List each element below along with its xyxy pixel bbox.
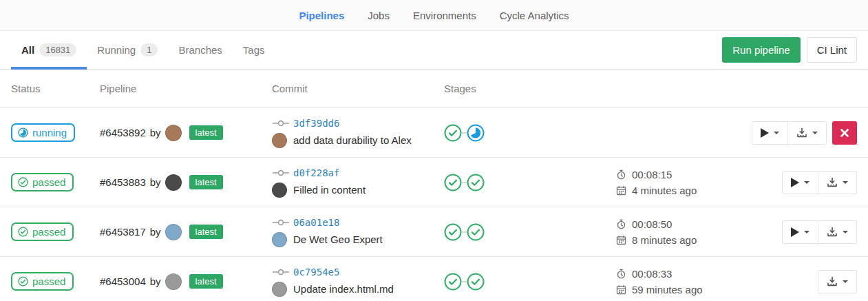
pipeline-cell: #6453004 by latest [100,273,272,290]
pipeline-id-link[interactable]: #6453817 [100,226,146,238]
timing-cell: 00:08:50 8 minutes ago [616,218,750,246]
stage-icon[interactable] [444,124,462,142]
commit-author-avatar[interactable] [272,183,287,198]
calendar-icon [616,284,626,295]
commit-icon [272,119,290,127]
by-label: by [150,226,161,238]
commit-hash-link[interactable]: 0c7954e5 [293,267,339,278]
pipeline-cell: #6453883 by latest [100,174,272,191]
download-artifacts-dropdown-button[interactable] [818,172,856,194]
stage-icon[interactable] [444,174,462,191]
triggerer-avatar[interactable] [165,174,182,191]
commit-cell: 0c7954e5 Update index.html.md [272,267,444,297]
commit-author-avatar[interactable] [272,232,287,247]
stage-icon[interactable] [444,273,462,291]
stage-icon[interactable] [467,273,485,291]
tab-all[interactable]: All 16831 [11,31,87,69]
chevron-down-icon [843,231,848,233]
commit-author-avatar[interactable] [272,282,287,297]
download-icon [827,227,838,238]
status-label: passed [32,176,65,188]
commit-message-link[interactable]: De Wet Geo Expert [293,233,383,245]
running-icon [18,127,28,138]
play-icon [761,128,769,138]
tab-branches-label: Branches [178,44,222,56]
commit-hash-link[interactable]: 06a01e18 [293,217,339,228]
project-nav: Pipelines Jobs Environments Cycle Analyt… [0,0,868,31]
pipeline-id-link[interactable]: #6453004 [100,276,146,287]
download-artifacts-dropdown-button[interactable] [818,221,856,243]
by-label: by [150,276,161,287]
play-icon [791,178,799,187]
timing-cell: 00:08:15 4 minutes ago [616,169,750,196]
commit-message-link[interactable]: add data durability to Alex [293,134,412,146]
play-dropdown-button[interactable] [783,172,818,194]
stage-icon[interactable] [467,174,485,191]
download-artifacts-dropdown-button[interactable] [787,122,826,144]
by-label: by [150,176,161,188]
pipeline-filter-tabs: All 16831 Running 1 Branches Tags [11,31,275,69]
timer-icon [616,219,626,229]
triggerer-avatar[interactable] [165,273,182,290]
tab-all-label: All [21,44,34,56]
pipelines-table-body: running #6453892 by latest 3df39dd6 add … [0,108,868,301]
table-row: passed #6453883 by latest d0f228af Fille… [0,158,868,207]
pipeline-id-link[interactable]: #6453883 [100,176,146,188]
commit-message-link[interactable]: Filled in content [293,184,366,196]
commit-hash-link[interactable]: d0f228af [293,167,339,178]
latest-badge: latest [189,274,223,289]
stage-icon[interactable] [444,223,462,241]
header-status: Status [11,83,100,94]
actions-cell [750,270,857,293]
stages-cell [444,124,616,142]
tab-running[interactable]: Running 1 [87,31,168,69]
pipelines-table-header: Status Pipeline Commit Stages [0,70,868,108]
commit-message-link[interactable]: Update index.html.md [293,283,394,295]
pipeline-actions-group [782,220,857,244]
status-cell: running [11,123,100,142]
nav-jobs[interactable]: Jobs [368,10,390,21]
nav-cycle-analytics[interactable]: Cycle Analytics [500,10,569,21]
play-dropdown-button[interactable] [783,221,818,243]
actions-cell [750,121,857,145]
nav-environments[interactable]: Environments [413,10,476,21]
status-badge[interactable]: running [11,123,75,142]
status-badge[interactable]: passed [11,173,74,191]
tab-branches[interactable]: Branches [168,31,232,69]
play-dropdown-button[interactable] [752,122,787,144]
header-commit: Commit [272,83,444,94]
status-label: passed [32,226,65,238]
ci-lint-button[interactable]: CI Lint [807,37,857,63]
latest-badge: latest [189,225,223,239]
passed-icon [18,276,28,287]
stage-connector [462,231,467,233]
download-icon [827,177,838,188]
commit-author-avatar[interactable] [272,133,287,148]
download-artifacts-dropdown-button[interactable] [818,271,856,293]
tab-tags-label: Tags [243,44,265,56]
stage-icon[interactable] [467,124,485,142]
triggerer-avatar[interactable] [165,125,182,141]
pipeline-id-link[interactable]: #6453892 [100,127,146,138]
chevron-down-icon [774,132,779,134]
status-label: passed [32,276,65,287]
status-badge[interactable]: passed [11,222,74,241]
toolbar-buttons: Run pipeline CI Lint [722,37,857,63]
commit-hash-link[interactable]: 3df39dd6 [293,118,339,129]
tab-tags[interactable]: Tags [233,31,275,69]
chevron-down-icon [843,280,848,283]
pipelines-toolbar: All 16831 Running 1 Branches Tags Run pi… [0,31,868,70]
status-badge[interactable]: passed [11,272,74,291]
chevron-down-icon [804,231,809,233]
time-ago-value: 59 minutes ago [632,284,703,295]
tab-running-label: Running [97,44,136,56]
cancel-pipeline-button[interactable] [832,121,857,145]
stage-icon[interactable] [467,223,485,241]
nav-pipelines[interactable]: Pipelines [299,10,344,21]
run-pipeline-button[interactable]: Run pipeline [722,37,800,63]
time-ago-value: 4 minutes ago [632,185,697,196]
commit-icon [272,268,290,276]
triggerer-avatar[interactable] [165,224,182,240]
commit-cell: 06a01e18 De Wet Geo Expert [272,217,444,247]
status-label: running [32,127,67,138]
